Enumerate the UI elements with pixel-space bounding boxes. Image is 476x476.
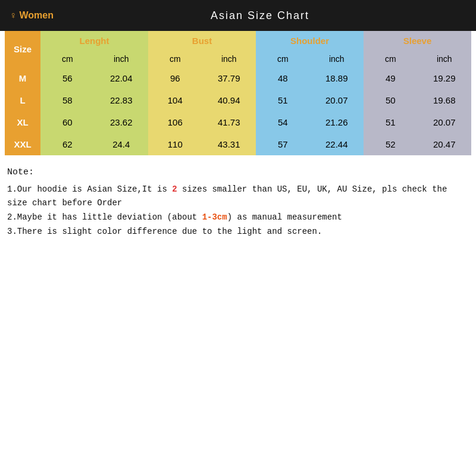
shoulder-cm-cell: 57 <box>256 133 310 155</box>
note2-after: ) as manual measurement <box>227 212 342 222</box>
bust-cm-cell: 106 <box>148 111 202 133</box>
page-title: Asian Size Chart <box>54 10 466 22</box>
note-2: 2.Maybe it has little deviation (about 1… <box>7 211 469 225</box>
table-row: XL 60 23.62 106 41.73 54 21.26 51 20.07 <box>5 111 471 133</box>
size-header: Size <box>5 31 40 67</box>
note-3: 3.There is slight color difference due t… <box>7 225 469 239</box>
notes-title: Note: <box>7 165 469 180</box>
sleeve-cm-cell: 49 <box>364 67 418 89</box>
lenght-inch-header: inch <box>95 51 149 67</box>
size-chart-table: Size Lenght Bust Shoulder Sleeve cm inch… <box>5 31 471 155</box>
bust-cm-cell: 96 <box>148 67 202 89</box>
bust-cm-cell: 104 <box>148 89 202 111</box>
note-1: 1.Our hoodie is Asian Size,It is 2 sizes… <box>7 183 469 211</box>
sleeve-inch-cell: 19.68 <box>418 89 472 111</box>
shoulder-cm-header: cm <box>256 51 310 67</box>
bust-cm-header: cm <box>148 51 202 67</box>
lenght-inch-cell: 24.4 <box>95 133 149 155</box>
sleeve-cm-cell: 51 <box>364 111 418 133</box>
sleeve-header: Sleeve <box>364 31 471 51</box>
bust-inch-cell: 40.94 <box>202 89 256 111</box>
table-body: M 56 22.04 96 37.79 48 18.89 49 19.29 L … <box>5 67 471 155</box>
sleeve-inch-cell: 20.47 <box>418 133 472 155</box>
category-header-row: Size Lenght Bust Shoulder Sleeve <box>5 31 471 51</box>
shoulder-inch-cell: 18.89 <box>310 67 364 89</box>
lenght-inch-cell: 23.62 <box>95 111 149 133</box>
sleeve-inch-cell: 20.07 <box>418 111 472 133</box>
shoulder-inch-cell: 21.26 <box>310 111 364 133</box>
sleeve-inch-header: inch <box>418 51 472 67</box>
note2-highlight: 1-3cm <box>202 212 227 222</box>
shoulder-inch-cell: 22.44 <box>310 133 364 155</box>
sleeve-cm-cell: 52 <box>364 133 418 155</box>
bust-cm-cell: 110 <box>148 133 202 155</box>
table-row: XXL 62 24.4 110 43.31 57 22.44 52 20.47 <box>5 133 471 155</box>
sub-header-row: cm inch cm inch cm inch cm inch <box>5 51 471 67</box>
shoulder-header: Shoulder <box>256 31 364 51</box>
bust-inch-header: inch <box>202 51 256 67</box>
bust-inch-cell: 41.73 <box>202 111 256 133</box>
bust-inch-cell: 43.31 <box>202 133 256 155</box>
size-cell: XXL <box>5 133 40 155</box>
shoulder-inch-cell: 20.07 <box>310 89 364 111</box>
sleeve-inch-cell: 19.29 <box>418 67 472 89</box>
sleeve-cm-cell: 50 <box>364 89 418 111</box>
lenght-cm-cell: 62 <box>40 133 95 155</box>
table-row: L 58 22.83 104 40.94 51 20.07 50 19.68 <box>5 89 471 111</box>
shoulder-cm-cell: 48 <box>256 67 310 89</box>
bust-header: Bust <box>148 31 256 51</box>
table-row: M 56 22.04 96 37.79 48 18.89 49 19.29 <box>5 67 471 89</box>
note1-highlight: 2 <box>172 184 177 194</box>
note1-before: 1.Our hoodie is Asian Size,It is <box>7 184 172 194</box>
notes-section: Note: 1.Our hoodie is Asian Size,It is 2… <box>0 155 476 244</box>
size-cell: L <box>5 89 40 111</box>
lenght-cm-cell: 56 <box>40 67 95 89</box>
lenght-inch-cell: 22.04 <box>95 67 149 89</box>
size-cell: M <box>5 67 40 89</box>
size-chart-table-section: Size Lenght Bust Shoulder Sleeve cm inch… <box>0 31 476 155</box>
shoulder-cm-cell: 51 <box>256 89 310 111</box>
lenght-inch-cell: 22.83 <box>95 89 149 111</box>
shoulder-inch-header: inch <box>310 51 364 67</box>
women-label: ♀ Women <box>10 10 54 21</box>
shoulder-cm-cell: 54 <box>256 111 310 133</box>
lenght-header: Lenght <box>40 31 148 51</box>
page-container: ♀ Women Asian Size Chart Size Lenght Bus… <box>0 0 476 476</box>
lenght-cm-cell: 60 <box>40 111 95 133</box>
note2-before: 2.Maybe it has little deviation (about <box>7 212 202 222</box>
header: ♀ Women Asian Size Chart <box>0 0 476 31</box>
bust-inch-cell: 37.79 <box>202 67 256 89</box>
lenght-cm-header: cm <box>40 51 95 67</box>
lenght-cm-cell: 58 <box>40 89 95 111</box>
sleeve-cm-header: cm <box>364 51 418 67</box>
size-cell: XL <box>5 111 40 133</box>
